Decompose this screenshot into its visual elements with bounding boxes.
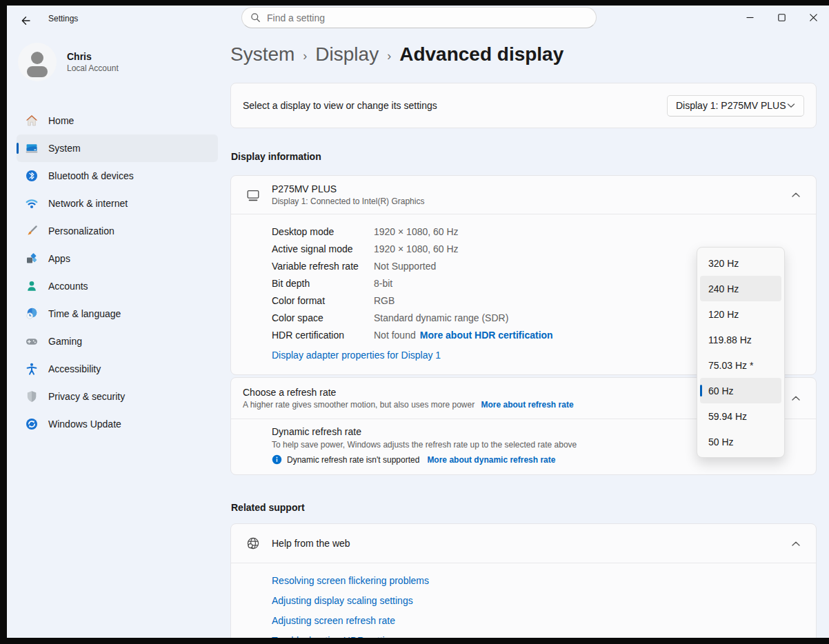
help-from-web-header[interactable]: Help from the web bbox=[231, 524, 816, 563]
help-link-flickering[interactable]: Resolving screen flickering problems bbox=[272, 575, 816, 586]
sidebar-item-label: Accounts bbox=[48, 281, 88, 292]
display-selector-card: Select a display to view or change its s… bbox=[230, 83, 817, 128]
settings-window: Settings Chris Local Account bbox=[7, 6, 829, 638]
sidebar-item-label: Time & language bbox=[48, 308, 121, 319]
account-name: Chris bbox=[67, 51, 119, 62]
sidebar-item-network[interactable]: Network & internet bbox=[17, 190, 218, 217]
sidebar-item-windows-update[interactable]: Windows Update bbox=[17, 410, 218, 438]
refresh-rate-option[interactable]: 320 Hz bbox=[700, 250, 781, 276]
collapse-refresh-rate-button[interactable] bbox=[786, 388, 806, 409]
back-button[interactable] bbox=[14, 12, 37, 30]
window-controls bbox=[734, 6, 829, 29]
breadcrumb-system[interactable]: System bbox=[230, 43, 294, 66]
refresh-rate-option[interactable]: 120 Hz bbox=[700, 301, 781, 327]
help-links: Resolving screen flickering problems Adj… bbox=[231, 563, 816, 638]
sidebar-item-label: Windows Update bbox=[48, 419, 121, 430]
chevron-up-icon bbox=[791, 395, 801, 401]
gamepad-icon bbox=[25, 334, 39, 348]
refresh-rate-option[interactable]: 59.94 Hz bbox=[700, 403, 781, 429]
clock-globe-icon bbox=[25, 307, 39, 321]
display-information-header[interactable]: P275MV PLUS Display 1: Connected to Inte… bbox=[231, 176, 816, 214]
refresh-rate-option[interactable]: 75.03 Hz * bbox=[700, 352, 781, 378]
wifi-icon bbox=[25, 197, 39, 210]
accessibility-icon bbox=[25, 362, 39, 376]
sidebar-item-apps[interactable]: Apps bbox=[17, 245, 218, 272]
apps-icon bbox=[25, 252, 39, 265]
info-icon bbox=[272, 454, 282, 465]
sidebar-item-label: Bluetooth & devices bbox=[48, 170, 134, 181]
more-about-refresh-rate-link[interactable]: More about refresh rate bbox=[481, 400, 574, 410]
account-type: Local Account bbox=[67, 63, 119, 73]
breadcrumb-separator-icon: › bbox=[303, 46, 307, 63]
sidebar-item-accounts[interactable]: Accounts bbox=[17, 272, 218, 300]
sidebar-item-personalization[interactable]: Personalization bbox=[17, 217, 218, 245]
sidebar-item-label: Privacy & security bbox=[48, 391, 125, 402]
hdr-certification-link[interactable]: More about HDR certification bbox=[420, 327, 553, 344]
sidebar-item-label: Personalization bbox=[48, 225, 114, 237]
account-button[interactable]: Chris Local Account bbox=[17, 40, 218, 88]
search-icon bbox=[250, 12, 261, 23]
titlebar: Settings bbox=[7, 6, 829, 34]
bluetooth-icon bbox=[25, 169, 39, 183]
sidebar-item-label: Home bbox=[48, 115, 74, 126]
help-link-hdr[interactable]: Troubleshooting HDR settings bbox=[272, 635, 816, 638]
person-icon bbox=[25, 279, 39, 293]
maximize-button[interactable] bbox=[766, 6, 797, 29]
sidebar-item-system[interactable]: System bbox=[17, 134, 218, 162]
breadcrumb-display[interactable]: Display bbox=[315, 43, 379, 66]
sidebar-item-home[interactable]: Home bbox=[17, 107, 218, 134]
close-button[interactable] bbox=[797, 6, 829, 29]
display-adapter-properties-link[interactable]: Display adapter properties for Display 1 bbox=[272, 350, 441, 361]
sidebar-item-privacy[interactable]: Privacy & security bbox=[17, 383, 218, 410]
breadcrumb: System › Display › Advanced display bbox=[230, 43, 817, 66]
refresh-rate-option[interactable]: 240 Hz bbox=[700, 276, 781, 301]
device-subtitle: Display 1: Connected to Intel(R) Graphic… bbox=[272, 197, 786, 206]
maximize-icon bbox=[778, 14, 786, 21]
close-icon bbox=[810, 14, 817, 21]
home-icon bbox=[25, 114, 39, 128]
chevron-up-icon bbox=[791, 541, 801, 547]
collapse-help-button[interactable] bbox=[786, 533, 806, 554]
selected-indicator bbox=[700, 385, 702, 396]
minimize-icon bbox=[746, 14, 754, 21]
sidebar-item-label: Network & internet bbox=[48, 198, 128, 209]
sidebar-item-label: Gaming bbox=[48, 336, 82, 347]
display-selector-label: Select a display to view or change its s… bbox=[243, 100, 437, 111]
related-support-card: Help from the web Resolving screen flick… bbox=[230, 523, 817, 638]
sidebar-item-time-language[interactable]: Time & language bbox=[17, 300, 218, 328]
sidebar-item-label: Accessibility bbox=[48, 363, 101, 374]
refresh-rate-option-selected[interactable]: 60 Hz bbox=[700, 378, 781, 403]
chevron-down-icon bbox=[787, 103, 795, 108]
sidebar-item-bluetooth[interactable]: Bluetooth & devices bbox=[17, 162, 218, 190]
back-arrow-icon bbox=[20, 15, 31, 26]
app-title: Settings bbox=[48, 14, 78, 23]
collapse-display-info-button[interactable] bbox=[786, 185, 806, 205]
system-icon bbox=[25, 141, 39, 155]
sidebar-item-label: Apps bbox=[48, 253, 70, 264]
shield-icon bbox=[25, 390, 39, 403]
sidebar: Chris Local Account Home System Bluetoot… bbox=[7, 34, 228, 638]
sidebar-item-gaming[interactable]: Gaming bbox=[17, 328, 218, 355]
chevron-up-icon bbox=[791, 192, 801, 198]
monitor-icon bbox=[246, 188, 261, 203]
help-link-refresh-rate[interactable]: Adjusting screen refresh rate bbox=[272, 615, 816, 626]
refresh-rate-option[interactable]: 119.88 Hz bbox=[700, 327, 781, 352]
sidebar-nav: Home System Bluetooth & devices Network … bbox=[17, 107, 218, 438]
sidebar-item-accessibility[interactable]: Accessibility bbox=[17, 355, 218, 383]
detail-row: Desktop mode 1920 × 1080, 60 Hz bbox=[272, 223, 816, 241]
search-box[interactable] bbox=[241, 7, 597, 28]
page-title: Advanced display bbox=[399, 43, 563, 66]
help-link-scaling[interactable]: Adjusting display scaling settings bbox=[272, 595, 816, 606]
minimize-button[interactable] bbox=[734, 6, 766, 29]
refresh-rate-option[interactable]: 50 Hz bbox=[700, 429, 781, 454]
breadcrumb-separator-icon: › bbox=[387, 46, 391, 63]
display-select-dropdown[interactable]: Display 1: P275MV PLUS bbox=[667, 95, 804, 117]
section-title-related-support: Related support bbox=[231, 502, 817, 513]
display-select-value: Display 1: P275MV PLUS bbox=[676, 100, 786, 111]
help-from-web-title: Help from the web bbox=[272, 538, 786, 549]
device-name: P275MV PLUS bbox=[272, 183, 786, 194]
search-input[interactable] bbox=[267, 12, 588, 23]
brush-icon bbox=[25, 224, 39, 238]
more-about-dynamic-refresh-rate-link[interactable]: More about dynamic refresh rate bbox=[427, 455, 555, 465]
sidebar-item-label: System bbox=[48, 143, 81, 154]
